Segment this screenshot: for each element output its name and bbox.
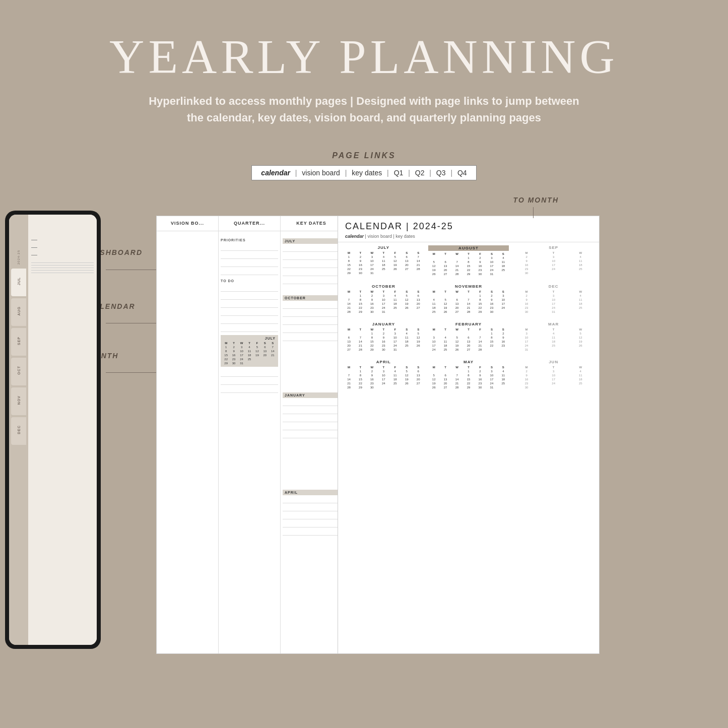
tablet-sidebar: 2024-25 JUL AUG SEP OCT NOV [9,215,28,645]
cal-mar-partial: MAR MTW 345 101112 171819 242526 31 [513,322,594,352]
nav-dashboard [31,240,94,240]
cal-november: NOVEMBER MTWTFSS 123 45678910 1112131415… [428,284,509,314]
arrow-to-month [533,207,534,218]
cal-april: APRIL MTWTFSS 123456 78910111213 1415161… [343,360,424,389]
kd-january-header: JANUARY [283,392,340,398]
tab-oct[interactable]: OCT [11,358,26,385]
calendar-header: CALENDAR | 2024-25 calendar | vision boa… [338,216,599,242]
page-link-vision-board[interactable]: vision board [302,169,340,177]
kd-october-header: OCTOBER [283,295,340,301]
label-to-month-top: TO MONTH [513,196,559,204]
cal-october: OCTOBER MTWTFSS 123456 78910111213 14151… [343,284,424,314]
tab-sep[interactable]: SEP [11,328,26,356]
april-title: APRIL [343,360,424,364]
tab-jul-label: JUL [17,277,21,285]
key-dates-col-header: KEY DATES [296,221,326,226]
key-dates-col-inner: JULY OCTOBER JANUARY [281,231,342,653]
quarterly-col: PRIORITIES TO DO JULY [219,231,281,653]
dec-title-partial: DEC [513,284,594,289]
documents-area: VISION BO... QUARTER... KEY DATES PRIORI… [156,216,600,654]
page-link-q2[interactable]: Q2 [415,169,425,177]
nav-month-item [31,255,94,255]
tablet-device: 2024-25 JUL AUG SEP OCT NOV [0,211,111,664]
nav-calendar-item [31,247,94,248]
tab-nov[interactable]: NOV [11,387,26,415]
tablet-content [28,215,97,645]
mini-cal-july: JULY MTWTFSS 1234567 891011121314 151617… [221,335,278,367]
cal-sep-partial: SEP MTW 234 91011 161718 232425 30 [513,245,594,276]
page-link-q1[interactable]: Q1 [394,169,404,177]
vision-board-col-header: VISION BO... [171,221,204,226]
tab-sep-label: SEP [17,337,21,345]
may-title: MAY [428,360,509,364]
quarterly-doc: VISION BO... QUARTER... KEY DATES PRIORI… [156,216,343,654]
tab-aug-label: AUG [17,306,21,316]
tab-oct-label: OCT [17,366,21,375]
tab-dec[interactable]: DEC [11,417,26,445]
arrow-line-calendar [106,323,156,323]
mar-title-partial: MAR [513,322,594,326]
content-area: 2024-25 JUL AUG SEP OCT NOV [0,195,728,689]
cal-row-3: JANUARY MTWTFSS 12345 6789101112 1314151… [343,322,594,352]
cal-august: AUGUST MTWTFSS 1234 567891011 1213141516… [428,245,509,276]
cal-row-2: OCTOBER MTWTFSS 123456 78910111213 14151… [343,284,594,314]
page-links-label: PAGE LINKS [0,151,728,160]
page-link-q3[interactable]: Q3 [436,169,446,177]
cal-row-1: JULY MTWTFSS 1234567 891011121314 151617… [343,245,594,276]
calendar-doc: TO MONTH CALENDAR | 2024-25 calendar | v… [338,216,600,654]
tablet-body: 2024-25 JUL AUG SEP OCT NOV [5,211,101,649]
tab-dec-label: DEC [17,425,21,434]
page-link-calendar[interactable]: calendar [261,169,290,177]
july-title: JULY [343,245,424,250]
header-section: YEARLY PLANNING Hyperlinked to access mo… [0,0,728,141]
cal-may: MAY MTWTFSS 1234 567891011 1213141516171… [428,360,509,389]
cal-jun-partial: JUN MTW 234 91011 161718 232425 30 [513,360,594,389]
october-title: OCTOBER [343,284,424,289]
cal-dec-partial: DEC MTW 234 91011 161718 232425 3031 [513,284,594,314]
february-title: FEBRUARY [428,322,509,326]
august-title: AUGUST [428,245,509,251]
cal-february: FEBRUARY MTWTFSS 12 3456789 101112131415… [428,322,509,352]
kd-april-header: APRIL [283,490,340,495]
tab-nov-label: NOV [17,395,21,405]
november-title: NOVEMBER [428,284,509,289]
calendar-grid: JULY MTWTFSS 1234567 891011121314 151617… [338,242,599,401]
year-label: 2024-25 [17,250,20,264]
page-link-q4[interactable]: Q4 [457,169,467,177]
jun-title-partial: JUN [513,360,594,364]
page-link-key-dates[interactable]: key dates [352,169,382,177]
arrow-line-month [106,372,156,373]
kd-july-header: JULY [283,238,340,244]
cal-july: JULY MTWTFSS 1234567 891011121314 151617… [343,245,424,276]
january-title: JANUARY [343,322,424,326]
todo-label: TO DO [221,279,278,283]
cal-january: JANUARY MTWTFSS 12345 6789101112 1314151… [343,322,424,352]
calendar-nav: calendar | vision board | key dates [345,234,592,239]
tab-jul[interactable]: JUL [11,269,26,296]
quarterly-col-header: QUARTER... [234,221,265,226]
vision-board-col [157,231,219,653]
page-title: YEARLY PLANNING [0,30,728,84]
page-links-bar[interactable]: calendar | vision board | key dates | Q1… [251,165,476,180]
cal-row-4: APRIL MTWTFSS 123456 78910111213 1415161… [343,360,594,389]
tab-aug[interactable]: AUG [11,298,26,326]
page-links-section: PAGE LINKS calendar | vision board | key… [0,151,728,180]
subtitle: Hyperlinked to access monthly pages | De… [0,93,728,126]
calendar-title: CALENDAR | 2024-25 [345,221,592,232]
priorities-label: PRIORITIES [221,238,278,242]
arrow-line-dashboard [106,270,156,270]
sep-title-partial: SEP [513,245,594,250]
tablet-screen: 2024-25 JUL AUG SEP OCT NOV [9,215,97,645]
